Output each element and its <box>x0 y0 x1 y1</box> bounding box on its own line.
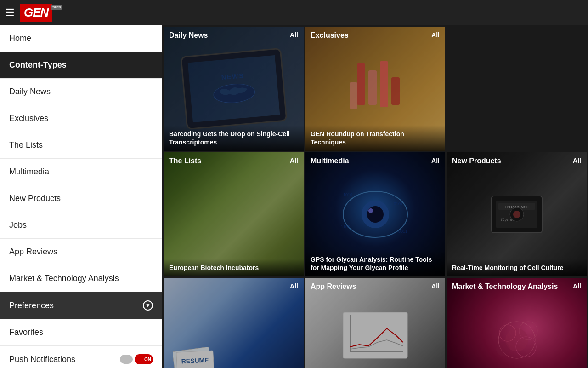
svg-point-9 <box>368 208 373 213</box>
sidebar-item-app-reviews-label: App Reviews <box>9 247 57 257</box>
grid-item-the-lists[interactable]: The Lists All European Biotech Incubator… <box>164 152 304 276</box>
svg-point-20 <box>513 211 520 218</box>
grid-item-multimedia-title: GPS for Glycan Analysis: Routine Tools f… <box>311 255 440 272</box>
logo-container: GEN touch <box>20 4 52 22</box>
grid-item-the-lists-section: The Lists <box>169 157 201 165</box>
sidebar-item-favorites[interactable]: Favorites <box>0 319 162 346</box>
jobs-bg: RESUME <box>164 278 304 368</box>
news-word: NEWS <box>221 72 244 81</box>
sidebar-item-daily-news-label: Daily News <box>9 87 51 97</box>
svg-text:0011: 0011 <box>398 229 407 234</box>
push-notifications-toggle[interactable]: ON <box>120 354 153 364</box>
sidebar-item-push-notifications-label: Push Notifications <box>9 355 75 364</box>
grid-item-new-products-all[interactable]: All <box>573 157 581 164</box>
grid-item-new-products-title: Real-Time Monitoring of Cell Culture <box>452 264 581 272</box>
sidebar-item-the-lists[interactable]: The Lists <box>0 132 162 159</box>
grid-item-exclusives[interactable]: Exclusives All GEN Roundup on Transfecti… <box>305 27 445 151</box>
main-layout: Home Content-Types Daily News Exclusives… <box>0 25 588 368</box>
sidebar-item-content-types[interactable]: Content-Types <box>0 52 162 79</box>
grid-container: NEWS Daily News All Barcoding Gets the D… <box>162 25 588 368</box>
app-reviews-visual <box>305 278 445 368</box>
jobs-visual: RESUME <box>164 278 304 368</box>
grid-item-new-products[interactable]: IPRASENSE Cytonote New Products All Real… <box>447 152 587 276</box>
grid-item-new-products-overlay: Real-Time Monitoring of Cell Culture <box>447 259 587 276</box>
grid-item-exclusives-all[interactable]: All <box>431 31 440 39</box>
svg-rect-3 <box>380 61 388 107</box>
sidebar-item-new-products-label: New Products <box>9 194 61 203</box>
sidebar-item-exclusives[interactable]: Exclusives <box>0 105 162 132</box>
grid-item-daily-news-all[interactable]: All <box>290 31 298 39</box>
grid-item-exclusives-section: Exclusives <box>311 31 349 40</box>
sidebar-item-multimedia[interactable]: Multimedia <box>0 159 162 185</box>
grid-item-daily-news[interactable]: NEWS Daily News All Barcoding Gets the D… <box>164 27 304 151</box>
grid-item-multimedia[interactable]: 1010 0101 1100 0011 Multimedia All GPS f… <box>305 152 445 276</box>
new-products-bg: IPRASENSE Cytonote <box>447 152 587 276</box>
grid-item-daily-news-section: Daily News <box>169 31 208 40</box>
grid-item-new-products-section: New Products <box>452 157 501 165</box>
svg-point-8 <box>367 206 384 223</box>
hamburger-menu-icon[interactable]: ☰ <box>6 7 15 19</box>
world-map-svg <box>210 80 258 107</box>
toggle-off-part <box>120 355 133 364</box>
logo-box: GEN touch <box>20 4 52 22</box>
grid-item-jobs[interactable]: RESUME All <box>164 278 304 368</box>
grid-item-market-technology-all[interactable]: All <box>573 282 581 290</box>
grid-item-multimedia-all[interactable]: All <box>431 157 440 164</box>
grid-item-daily-news-title: Barcoding Gets the Drop on Single-Cell T… <box>169 130 298 146</box>
grid-item-daily-news-overlay: Barcoding Gets the Drop on Single-Cell T… <box>164 125 304 151</box>
grid-item-market-technology[interactable]: Market & Technology Analysis All <box>447 278 587 368</box>
sidebar-item-app-reviews[interactable]: App Reviews <box>0 239 162 265</box>
device-svg: IPRASENSE Cytonote <box>482 187 551 242</box>
lab-tubes-svg <box>348 59 403 119</box>
the-lists-bg <box>164 152 304 276</box>
svg-point-34 <box>496 342 510 356</box>
sidebar-item-push-notifications[interactable]: Push Notifications ON <box>0 346 162 368</box>
grid-item-app-reviews-all[interactable]: All <box>431 282 440 290</box>
grid-item-app-reviews[interactable]: App Reviews All <box>305 278 445 368</box>
svg-text:1100: 1100 <box>341 224 350 229</box>
sidebar-item-home[interactable]: Home <box>0 25 162 52</box>
topbar: ☰ GEN touch <box>0 0 588 25</box>
map-visual <box>164 152 304 276</box>
svg-rect-1 <box>357 63 365 105</box>
sidebar-item-content-types-label: Content-Types <box>9 60 67 70</box>
svg-text:RESUME: RESUME <box>181 356 209 365</box>
grid-item-multimedia-overlay: GPS for Glycan Analysis: Routine Tools f… <box>305 251 445 276</box>
sidebar-item-new-products[interactable]: New Products <box>0 185 162 212</box>
sidebar-item-preferences-label: Preferences <box>9 301 54 310</box>
grid-item-market-technology-section: Market & Technology Analysis <box>452 282 558 291</box>
svg-rect-2 <box>368 70 377 105</box>
sidebar-item-favorites-label: Favorites <box>9 328 43 337</box>
market-technology-bg <box>447 278 587 368</box>
app-reviews-bg <box>305 278 445 368</box>
sidebar-item-market-technology[interactable]: Market & Technology Analysis <box>0 265 162 292</box>
tablet-screen: NEWS <box>187 55 280 122</box>
market-technology-visual <box>447 278 587 368</box>
sidebar-item-market-technology-label: Market & Technology Analysis <box>9 274 119 283</box>
grid-item-exclusives-overlay: GEN Roundup on Transfection Techniques <box>305 125 445 151</box>
svg-text:1010: 1010 <box>343 192 352 197</box>
resume-svg: RESUME <box>173 347 228 368</box>
sidebar-item-the-lists-label: The Lists <box>9 140 43 150</box>
sidebar-item-home-label: Home <box>9 34 31 43</box>
tablet-visual: NEWS <box>180 48 287 130</box>
grid-item-multimedia-section: Multimedia <box>311 157 349 165</box>
content-area: NEWS Daily News All Barcoding Gets the D… <box>162 25 588 368</box>
sidebar-item-daily-news[interactable]: Daily News <box>0 79 162 105</box>
logo-touch-label: touch <box>51 5 62 10</box>
cells-svg <box>482 310 551 368</box>
svg-rect-4 <box>391 77 400 105</box>
grid-item-the-lists-all[interactable]: All <box>290 157 298 164</box>
grid-item-app-reviews-section: App Reviews <box>311 282 356 291</box>
sidebar-item-exclusives-label: Exclusives <box>9 114 48 123</box>
sidebar-item-preferences[interactable]: Preferences ▼ <box>0 292 162 319</box>
grid-item-exclusives-title: GEN Roundup on Transfection Techniques <box>311 130 440 146</box>
chart-svg <box>341 310 410 368</box>
grid-item-jobs-all[interactable]: All <box>290 282 298 290</box>
eye-svg: 1010 0101 1100 0011 <box>339 182 412 247</box>
sidebar-item-jobs[interactable]: Jobs <box>0 212 162 239</box>
sidebar: Home Content-Types Daily News Exclusives… <box>0 25 162 368</box>
grid-item-the-lists-title: European Biotech Incubators <box>169 264 298 272</box>
logo-text: GEN <box>24 6 48 20</box>
chevron-down-icon: ▼ <box>143 300 153 310</box>
